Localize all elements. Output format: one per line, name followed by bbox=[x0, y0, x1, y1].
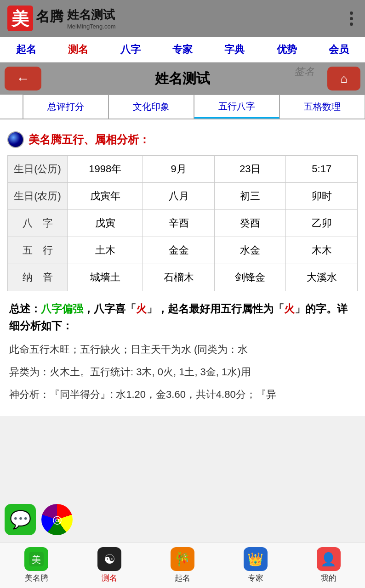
camera-icon: ◎ bbox=[52, 513, 62, 526]
row-label-nayin: 纳 音 bbox=[8, 264, 68, 291]
home-icon: ⌂ bbox=[340, 72, 348, 86]
qiming-icon: 🎋 bbox=[174, 552, 190, 567]
tab-spacer bbox=[0, 95, 23, 119]
cell-bazi-2: 辛酉 bbox=[143, 210, 215, 237]
summary-highlight1: 八字偏强 bbox=[41, 303, 83, 315]
cell-lunar-time: 卯时 bbox=[286, 183, 358, 210]
section-title: 美名腾五行、属相分析： bbox=[29, 132, 150, 147]
body-text-1: 此命五行木旺；五行缺火；日主天干为水 (同类为：水 bbox=[9, 341, 356, 358]
nav-item-zidian[interactable]: 字典 bbox=[221, 41, 248, 58]
summary-section: 总述：八字偏强，八字喜「火」，起名最好用五行属性为「火」的字。详细分析如下： 此… bbox=[7, 300, 358, 403]
bottom-nav-icon-wode: 👤 bbox=[317, 547, 341, 571]
tab-zonepingdafen[interactable]: 总评打分 bbox=[23, 95, 108, 119]
logo-title: 姓名测试 bbox=[67, 8, 115, 22]
cell-lunar-year: 戊寅年 bbox=[68, 183, 143, 210]
main-content: 美名腾五行、属相分析： 生日(公历) 1998年 9月 23日 5:17 生日(… bbox=[0, 119, 365, 416]
wechat-icon: 💬 bbox=[10, 509, 31, 530]
svg-text:美: 美 bbox=[32, 554, 41, 565]
tab-wuxingbazi[interactable]: 五行八字 bbox=[194, 95, 279, 119]
menu-button[interactable] bbox=[350, 11, 358, 26]
wechat-float-icon[interactable]: 💬 bbox=[5, 504, 36, 535]
bottom-nav-icon-qiming: 🎋 bbox=[171, 547, 194, 571]
summary-mid2: 」，起名最好用五行属性为「 bbox=[147, 303, 284, 315]
logo-subtitle: MeiMingTeng.com bbox=[67, 23, 116, 30]
logo-svg: 美 名腾 bbox=[7, 5, 67, 32]
cell-bazi-1: 戊寅 bbox=[68, 210, 143, 237]
bottom-nav-label-wode: 我的 bbox=[321, 573, 336, 583]
table-row: 八 字 戊寅 辛酉 癸酉 乙卯 bbox=[8, 210, 358, 237]
camera-float-icon[interactable]: ◎ bbox=[41, 504, 73, 535]
cell-year: 1998年 bbox=[68, 156, 143, 183]
tab-row: 总评打分 文化印象 五行八字 五格数理 bbox=[0, 95, 365, 119]
bottom-nav-icon-ceming: ☯ bbox=[97, 547, 121, 571]
row-label-wuxing: 五 行 bbox=[8, 237, 68, 264]
cell-bazi-4: 乙卯 bbox=[286, 210, 358, 237]
nav-item-huiyuan[interactable]: 会员 bbox=[325, 41, 353, 58]
back-arrow-icon: ← bbox=[16, 71, 30, 86]
logo-area: 美 名腾 姓名测试 MeiMingTeng.com bbox=[7, 5, 116, 32]
cell-day: 23日 bbox=[214, 156, 286, 183]
bazi-table: 生日(公历) 1998年 9月 23日 5:17 生日(农历) 戊寅年 八月 初… bbox=[7, 155, 358, 291]
ceming-icon: ☯ bbox=[104, 552, 115, 567]
summary-prefix: 总述： bbox=[9, 303, 41, 315]
cell-wuxing-2: 金金 bbox=[143, 237, 215, 264]
bottom-nav-label-meimingteng: 美名腾 bbox=[25, 573, 48, 583]
bottom-nav-qiming[interactable]: 🎋 起名 bbox=[171, 547, 194, 583]
cell-wuxing-4: 木木 bbox=[286, 237, 358, 264]
menu-dot-1 bbox=[350, 11, 353, 15]
nav-bar: 起名 测名 八字 专家 字典 优势 会员 bbox=[0, 37, 365, 62]
cell-lunar-month: 八月 bbox=[143, 183, 215, 210]
nav-item-ceming[interactable]: 测名 bbox=[64, 41, 92, 58]
summary-mid1: ，八字喜「 bbox=[83, 303, 136, 315]
nav-item-zhuanjia[interactable]: 专家 bbox=[169, 41, 196, 58]
bottom-nav-icon-meimingteng: 美 bbox=[24, 547, 48, 571]
bottom-nav-ceming[interactable]: ☯ 测名 bbox=[97, 547, 121, 583]
tab-wenhuayinxiang[interactable]: 文化印象 bbox=[108, 95, 194, 119]
nav-item-bazi[interactable]: 八字 bbox=[117, 41, 144, 58]
wode-icon: 👤 bbox=[320, 552, 336, 567]
svg-text:美: 美 bbox=[11, 9, 29, 28]
cell-month: 9月 bbox=[143, 156, 215, 183]
section-header: 美名腾五行、属相分析： bbox=[7, 131, 358, 148]
bottom-nav-label-ceming: 测名 bbox=[102, 573, 117, 583]
section-icon bbox=[7, 131, 24, 148]
table-row: 生日(公历) 1998年 9月 23日 5:17 bbox=[8, 156, 358, 183]
cell-time: 5:17 bbox=[286, 156, 358, 183]
nav-item-qiming[interactable]: 起名 bbox=[12, 41, 40, 58]
signature-decoration: 签名 bbox=[294, 65, 314, 79]
bottom-nav-wode[interactable]: 👤 我的 bbox=[317, 547, 341, 583]
cell-nayin-4: 大溪水 bbox=[286, 264, 358, 291]
title-bar: ← 姓名测试 签名 ⌂ bbox=[0, 62, 365, 95]
zhuanjia-icon: 👑 bbox=[247, 552, 263, 567]
body-text-2: 异类为：火木土。五行统计: 3木, 0火, 1土, 3金, 1水)用 bbox=[9, 363, 356, 380]
svg-text:名腾: 名腾 bbox=[35, 9, 64, 24]
tab-wugeshuli[interactable]: 五格数理 bbox=[279, 95, 365, 119]
nav-item-youshi[interactable]: 优势 bbox=[273, 41, 301, 58]
row-label-bazi: 八 字 bbox=[8, 210, 68, 237]
summary-highlight3: 火 bbox=[284, 303, 295, 315]
table-row: 生日(农历) 戊寅年 八月 初三 卯时 bbox=[8, 183, 358, 210]
cell-nayin-3: 剑锋金 bbox=[214, 264, 286, 291]
cell-lunar-day: 初三 bbox=[214, 183, 286, 210]
cell-wuxing-1: 土木 bbox=[68, 237, 143, 264]
row-label-lunar: 生日(农历) bbox=[8, 183, 68, 210]
top-header: 美 名腾 姓名测试 MeiMingTeng.com bbox=[0, 0, 365, 37]
menu-dot-3 bbox=[350, 23, 353, 26]
cell-nayin-2: 石榴木 bbox=[143, 264, 215, 291]
table-row: 纳 音 城墙土 石榴木 剑锋金 大溪水 bbox=[8, 264, 358, 291]
cell-nayin-1: 城墙土 bbox=[68, 264, 143, 291]
summary-title: 总述：八字偏强，八字喜「火」，起名最好用五行属性为「火」的字。详细分析如下： bbox=[9, 300, 356, 334]
home-button[interactable]: ⌂ bbox=[327, 67, 360, 90]
menu-dot-2 bbox=[350, 17, 353, 20]
table-row: 五 行 土木 金金 水金 木木 bbox=[8, 237, 358, 264]
page-title: 姓名测试 bbox=[155, 69, 210, 88]
cell-bazi-3: 癸酉 bbox=[214, 210, 286, 237]
row-label-solar: 生日(公历) bbox=[8, 156, 68, 183]
bottom-nav-label-zhuanjia: 专家 bbox=[248, 573, 263, 583]
back-button[interactable]: ← bbox=[5, 67, 41, 90]
logo-text-block: 姓名测试 MeiMingTeng.com bbox=[67, 7, 116, 30]
bottom-nav-icon-zhuanjia: 👑 bbox=[244, 547, 268, 571]
bottom-nav-meimingteng[interactable]: 美 美名腾 bbox=[24, 547, 48, 583]
bottom-nav-zhuanjia[interactable]: 👑 专家 bbox=[244, 547, 268, 583]
bottom-nav: 美 美名腾 ☯ 测名 🎋 起名 👑 专家 👤 我的 bbox=[0, 542, 365, 588]
